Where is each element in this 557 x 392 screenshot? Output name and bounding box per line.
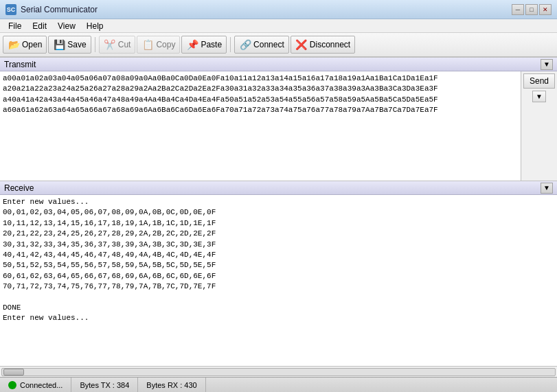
close-button[interactable]: ✕: [539, 4, 552, 15]
bytes-rx-text: Bytes RX : 430: [146, 381, 196, 389]
copy-label: Copy: [156, 40, 175, 49]
window-controls: ─ □ ✕: [512, 4, 552, 15]
cut-label: Cut: [118, 40, 131, 49]
connection-icon: [8, 381, 16, 389]
menu-bar: File Edit View Help: [0, 19, 557, 33]
h-scroll-thumb[interactable]: [3, 369, 24, 376]
save-icon: 💾: [53, 38, 65, 51]
connect-label: Connect: [253, 40, 284, 49]
copy-button[interactable]: 📋 Copy: [137, 36, 180, 54]
transmit-dropdown[interactable]: ▼: [541, 59, 553, 70]
disconnect-icon: ❌: [295, 38, 308, 51]
open-button[interactable]: 📂 Open: [3, 36, 47, 54]
restore-button[interactable]: □: [525, 4, 538, 15]
h-scroll-area[interactable]: [0, 366, 557, 377]
connect-icon: 🔗: [239, 38, 251, 51]
transmit-textarea[interactable]: [0, 71, 521, 181]
connection-status: Connected...: [0, 378, 71, 392]
open-icon: 📂: [8, 38, 20, 51]
toolbar: 📂 Open 💾 Save ✂️ Cut 📋 Copy 📌 Paste 🔗 Co…: [0, 33, 557, 58]
receive-dropdown[interactable]: ▼: [541, 183, 553, 194]
status-bar: Connected... Bytes TX : 384 Bytes RX : 4…: [0, 377, 557, 392]
title-bar: SC Serial Communicator ─ □ ✕: [0, 0, 557, 19]
bytes-rx: Bytes RX : 430: [138, 378, 205, 392]
transmit-section: Transmit ▼ Send ▼: [0, 58, 557, 181]
app-icon: SC: [5, 4, 16, 15]
menu-view[interactable]: View: [52, 20, 81, 32]
menu-help[interactable]: Help: [81, 20, 109, 32]
copy-icon: 📋: [141, 38, 154, 51]
bytes-tx: Bytes TX : 384: [71, 378, 138, 392]
receive-section: Receive ▼: [0, 181, 557, 366]
paste-icon: 📌: [186, 38, 198, 51]
transmit-area-wrapper: Send ▼: [0, 71, 557, 181]
save-label: Save: [67, 40, 86, 49]
paste-button[interactable]: 📌 Paste: [181, 36, 227, 54]
send-dropdown-button[interactable]: ▼: [532, 91, 546, 102]
menu-file[interactable]: File: [3, 20, 27, 32]
send-btn-area: Send ▼: [521, 71, 557, 181]
open-label: Open: [22, 40, 42, 49]
transmit-header: Transmit ▼: [0, 58, 557, 71]
separator-1: [95, 37, 95, 52]
title-text: Serial Communicator: [21, 5, 512, 14]
separator-2: [230, 37, 231, 52]
transmit-title: Transmit: [4, 60, 36, 69]
receive-title: Receive: [4, 183, 34, 193]
paste-label: Paste: [201, 40, 222, 49]
receive-textarea[interactable]: [0, 195, 557, 366]
bytes-tx-text: Bytes TX : 384: [80, 381, 129, 389]
minimize-button[interactable]: ─: [512, 4, 524, 15]
connect-button[interactable]: 🔗 Connect: [234, 36, 289, 54]
receive-header: Receive ▼: [0, 181, 557, 195]
send-button[interactable]: Send: [523, 73, 555, 89]
main-content: Transmit ▼ Send ▼ Receive ▼: [0, 58, 557, 377]
menu-edit[interactable]: Edit: [27, 20, 52, 32]
h-scroll-track[interactable]: [1, 368, 556, 376]
connection-text: Connected...: [20, 381, 62, 389]
disconnect-label: Disconnect: [310, 40, 350, 49]
cut-button[interactable]: ✂️ Cut: [99, 36, 136, 54]
cut-icon: ✂️: [104, 38, 116, 51]
disconnect-button[interactable]: ❌ Disconnect: [291, 36, 355, 54]
save-button[interactable]: 💾 Save: [48, 36, 91, 54]
